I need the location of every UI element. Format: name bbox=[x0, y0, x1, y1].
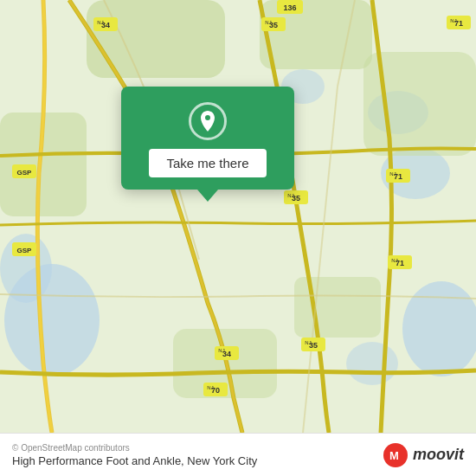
svg-text:NJ: NJ bbox=[265, 20, 271, 25]
svg-text:NJ: NJ bbox=[389, 171, 396, 177]
moovit-m-icon: M bbox=[388, 447, 403, 463]
location-label: High Performance Foot and Ankle, New Yor… bbox=[12, 454, 257, 467]
take-me-there-button[interactable]: Take me there bbox=[149, 149, 266, 177]
svg-point-5 bbox=[346, 342, 398, 385]
svg-text:NJ: NJ bbox=[305, 340, 311, 345]
bottom-bar: © OpenStreetMap contributors High Perfor… bbox=[0, 433, 476, 476]
svg-text:NJ: NJ bbox=[450, 18, 456, 23]
moovit-logo[interactable]: M moovit bbox=[383, 443, 464, 467]
bottom-bar-left: © OpenStreetMap contributors High Perfor… bbox=[12, 443, 257, 467]
location-pin-icon bbox=[197, 109, 218, 133]
svg-text:NJ: NJ bbox=[218, 348, 224, 353]
moovit-icon: M bbox=[383, 443, 408, 467]
location-icon-circle bbox=[189, 102, 227, 140]
svg-text:136: 136 bbox=[283, 3, 296, 12]
popup-card: Take me there bbox=[121, 87, 294, 190]
map-container: 34 NJ 34 NJ 34 NJ 35 NJ 35 NJ 35 NJ 71 N… bbox=[0, 0, 476, 433]
copyright-text: © OpenStreetMap contributors bbox=[12, 443, 257, 453]
svg-rect-9 bbox=[260, 0, 372, 69]
svg-text:NJ: NJ bbox=[287, 193, 293, 198]
svg-rect-8 bbox=[87, 0, 225, 78]
moovit-wordmark: moovit bbox=[413, 446, 464, 464]
svg-text:NJ: NJ bbox=[207, 385, 213, 390]
svg-text:M: M bbox=[389, 449, 399, 462]
svg-text:GSP: GSP bbox=[17, 247, 33, 254]
svg-text:NJ: NJ bbox=[97, 20, 103, 25]
svg-text:NJ: NJ bbox=[391, 258, 397, 263]
svg-text:GSP: GSP bbox=[17, 169, 33, 177]
map-background: 34 NJ 34 NJ 34 NJ 35 NJ 35 NJ 35 NJ 71 N… bbox=[0, 0, 476, 433]
svg-rect-13 bbox=[294, 277, 381, 338]
